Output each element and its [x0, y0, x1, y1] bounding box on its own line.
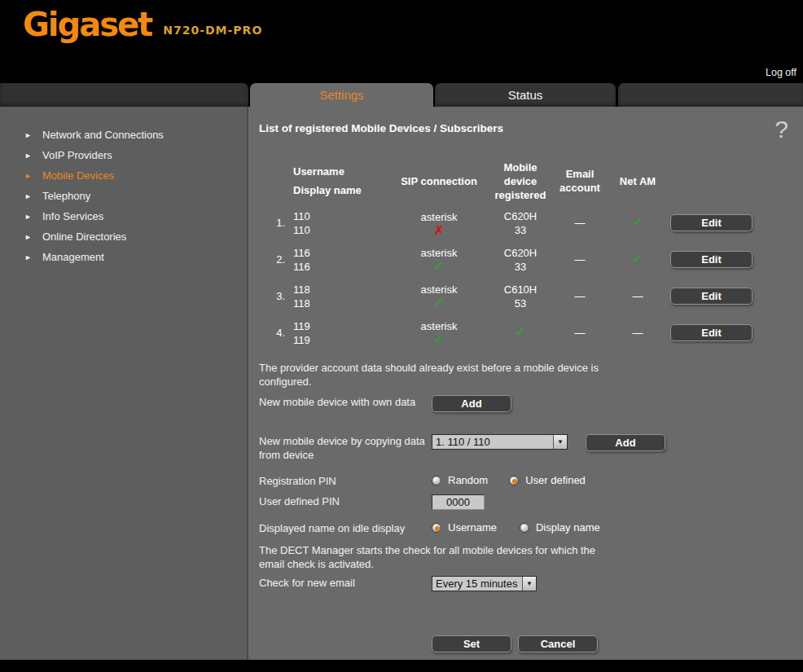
new-device-own-row: New mobile device with own data Add — [259, 395, 787, 423]
row-number: 2. — [267, 253, 288, 266]
device-model: C620H — [488, 209, 553, 223]
col-mobile-device-registered: Mobile device registered — [488, 160, 553, 202]
dect-manager-note: The DECT Manager starts the check for al… — [259, 543, 609, 571]
row-number: 3. — [267, 290, 288, 302]
sidebar: ► Network and Connections ► VoIP Provide… — [0, 107, 248, 660]
arrow-right-icon: ► — [24, 253, 42, 261]
arrow-right-icon: ► — [24, 192, 42, 200]
device-number: 53 — [488, 296, 553, 310]
user-defined-pin-input[interactable] — [432, 494, 485, 510]
col-display-name: Display name — [293, 183, 390, 197]
sip-connection-name: asterisk — [390, 246, 488, 260]
display-name-value: 119 — [293, 333, 390, 347]
sip-connection-name: asterisk — [390, 319, 488, 333]
new-device-own-label: New mobile device with own data — [259, 395, 432, 409]
cancel-button[interactable]: Cancel — [518, 635, 598, 652]
displayed-name-label: Displayed name on idle display — [259, 521, 432, 535]
arrow-right-icon: ► — [24, 172, 42, 180]
check-icon: ✓ — [632, 215, 643, 229]
sidebar-item-voip-providers[interactable]: ► VoIP Providers — [0, 145, 247, 165]
sidebar-item-management[interactable]: ► Management — [0, 247, 247, 267]
col-username: Username — [293, 165, 390, 178]
col-net-am: Net AM — [607, 174, 669, 188]
chevron-down-icon: ▼ — [553, 435, 567, 449]
radio-display-name-label: Display name — [536, 521, 600, 534]
sidebar-item-label: Network and Connections — [42, 129, 164, 141]
log-off-link[interactable]: Log off — [766, 67, 796, 78]
user-defined-pin-row: User defined PIN — [259, 494, 787, 510]
tabbar-left-spacer — [0, 83, 248, 107]
arrow-right-icon: ► — [24, 233, 42, 241]
radio-username-label: Username — [448, 521, 497, 534]
sip-connection-name: asterisk — [390, 210, 488, 224]
display-name-value: 118 — [293, 296, 390, 310]
device-number: 33 — [488, 260, 553, 274]
content: List of registered Mobile Devices / Subs… — [248, 107, 803, 660]
registration-pin-label: Registration PIN — [259, 474, 432, 488]
user-defined-pin-label: User defined PIN — [259, 494, 432, 508]
tab-bar: Settings Status — [0, 81, 803, 107]
tab-settings[interactable]: Settings — [250, 83, 433, 107]
row-number: 1. — [267, 217, 288, 229]
email-check-interval-select[interactable]: Every 15 minutes ▼ — [432, 576, 537, 591]
email-account-value: — — [553, 326, 607, 340]
sidebar-item-label: VoIP Providers — [42, 149, 112, 161]
row-number: 4. — [267, 327, 288, 339]
sidebar-item-info-services[interactable]: ► Info Services — [0, 206, 247, 226]
registered-devices-table: Username Display name SIP connection Mob… — [267, 157, 787, 351]
new-device-copy-row: New mobile device by copying data from d… — [259, 434, 787, 462]
sidebar-item-label: Online Directories — [42, 231, 126, 243]
cross-icon: ✗ — [390, 224, 488, 236]
sidebar-item-label: Management — [42, 251, 104, 263]
edit-button[interactable]: Edit — [670, 324, 753, 341]
check-icon: ✓ — [515, 325, 525, 339]
radio-random[interactable]: Random — [432, 474, 488, 486]
check-icon: ✓ — [632, 252, 643, 266]
sidebar-item-telephony[interactable]: ► Telephony — [0, 186, 247, 206]
username-value: 118 — [293, 283, 390, 296]
col-email-account: Email account — [553, 167, 607, 195]
arrow-right-icon: ► — [24, 213, 42, 221]
edit-button[interactable]: Edit — [670, 214, 753, 231]
sidebar-item-online-directories[interactable]: ► Online Directories — [0, 226, 247, 247]
table-row: 4. 119 119 asterisk ✓ ✓ — — Edit — [267, 314, 787, 351]
edit-button[interactable]: Edit — [670, 251, 753, 268]
sidebar-item-network-and-connections[interactable]: ► Network and Connections — [0, 125, 247, 145]
username-value: 119 — [293, 319, 390, 333]
tabbar-right-spacer — [618, 83, 803, 107]
email-account-value: — — [553, 216, 607, 230]
add-copied-device-button[interactable]: Add — [586, 434, 665, 451]
radio-display-name[interactable]: Display name — [520, 521, 600, 534]
copy-source-device-select[interactable]: 1. 110 / 110 ▼ — [432, 434, 568, 450]
sidebar-item-mobile-devices[interactable]: ► Mobile Devices — [0, 165, 247, 186]
edit-button[interactable]: Edit — [670, 288, 753, 305]
radio-selected-icon — [509, 476, 519, 485]
username-value: 110 — [293, 209, 390, 223]
page-title: List of registered Mobile Devices / Subs… — [259, 122, 787, 134]
registration-pin-row: Registration PIN Random User defined — [259, 474, 787, 488]
col-username-displayname: Username Display name — [288, 165, 390, 197]
email-account-value: — — [553, 253, 607, 266]
radio-icon — [520, 523, 529, 533]
device-model: C620H — [488, 246, 553, 260]
check-icon: ✓ — [390, 296, 488, 310]
arrow-right-icon: ► — [24, 152, 42, 160]
radio-user-defined[interactable]: User defined — [509, 474, 586, 486]
add-own-device-button[interactable]: Add — [432, 395, 511, 412]
main: ► Network and Connections ► VoIP Provide… — [0, 107, 803, 660]
sidebar-item-label: Telephony — [42, 190, 90, 202]
radio-username[interactable]: Username — [432, 521, 497, 534]
header: Gigaset N720-DM-PRO Log off — [0, 0, 803, 81]
help-icon[interactable]: ? — [774, 116, 788, 143]
display-name-value: 110 — [293, 223, 390, 237]
tab-status[interactable]: Status — [435, 83, 616, 107]
email-account-value: — — [553, 289, 607, 303]
radio-random-label: Random — [448, 474, 488, 486]
sip-connection-name: asterisk — [390, 283, 488, 296]
check-icon: ✓ — [390, 260, 488, 273]
device-number: 33 — [488, 223, 553, 237]
provider-note: The provider account data should already… — [259, 361, 609, 389]
table-row: 2. 116 116 asterisk ✓ C620H 33 — ✓ — [267, 241, 787, 278]
set-button[interactable]: Set — [432, 635, 511, 652]
displayed-name-row: Displayed name on idle display Username … — [259, 521, 787, 535]
